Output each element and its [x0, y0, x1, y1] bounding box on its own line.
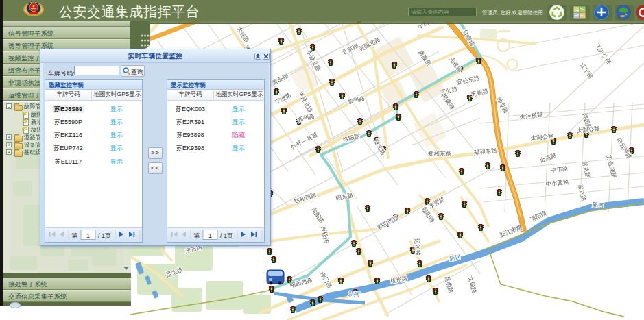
svg-text:郑和东路: 郑和东路: [428, 150, 451, 157]
svg-text:新河: 新河: [593, 201, 605, 208]
svg-text:/ 1页: / 1页: [98, 232, 111, 239]
svg-text:1: 1: [86, 232, 90, 239]
svg-text:/ 1页: / 1页: [220, 232, 233, 239]
svg-text:新河: 新河: [348, 290, 360, 297]
svg-text:第: 第: [71, 232, 77, 239]
svg-text:1: 1: [208, 232, 212, 239]
svg-text:第: 第: [193, 232, 200, 239]
